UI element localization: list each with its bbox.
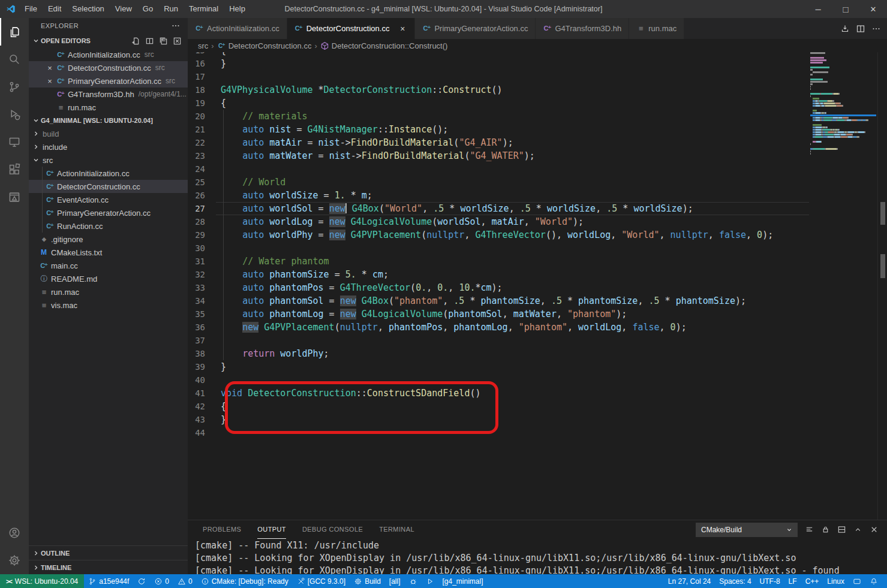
close-icon[interactable] (870, 525, 879, 534)
code-line-26[interactable]: 26 auto worldSize = 1. * m; (188, 189, 809, 202)
account-icon[interactable] (0, 519, 29, 547)
minimap[interactable] (810, 52, 876, 158)
panel-tab-debug-console[interactable]: DEBUG CONSOLE (302, 520, 363, 539)
open-editor-run-mac[interactable]: ≡run.mac (29, 101, 188, 114)
extensions-icon[interactable] (0, 156, 29, 183)
open-editor-g4transform3d-hh[interactable]: C⁺G4Transform3D.hh/opt/geant4/1... (29, 88, 188, 101)
test-explorer-icon[interactable] (0, 183, 29, 211)
status-notifications[interactable] (865, 574, 882, 588)
breadcrumb-item-1[interactable]: DetectorConstruction.cc (228, 41, 312, 50)
status-launch-name[interactable]: [g4_minimal] (438, 574, 488, 588)
tab-run-mac[interactable]: ≡run.mac (629, 18, 684, 39)
close-icon[interactable]: × (44, 64, 55, 73)
code-line-31[interactable]: 31 // Water phantom (188, 255, 809, 268)
tree-item-runaction-cc[interactable]: C⁺RunAction.cc (29, 219, 188, 233)
code-line-35[interactable]: 35 auto phantomLog = new G4LogicalVolume… (188, 307, 809, 321)
lock-icon[interactable] (821, 525, 830, 534)
code-line-25[interactable]: 25 // World (188, 176, 809, 189)
workspace-root[interactable]: G4_MINIMAL [WSL: UBUNTU-20.04] (29, 114, 188, 127)
close-all-icon[interactable] (173, 37, 182, 46)
open-editor-actioninitialization-cc[interactable]: C⁺ActionInitialization.ccsrc (29, 48, 188, 61)
tab-detectorconstruction-cc[interactable]: C⁺DetectorConstruction.cc× (287, 18, 416, 39)
status-sync[interactable] (133, 574, 150, 588)
tree-item-vis-mac[interactable]: ≡vis.mac (29, 298, 188, 312)
tree-item-detectorconstruction-cc[interactable]: C⁺DetectorConstruction.cc (29, 180, 188, 193)
tree-item-actioninitialization-cc[interactable]: C⁺ActionInitialization.cc (29, 167, 188, 180)
code-line-42[interactable]: 42{ (188, 400, 809, 413)
status-kit[interactable]: [GCC 9.3.0] (293, 574, 350, 588)
code-line-33[interactable]: 33 auto phantomPos = G4ThreeVector(0., 0… (188, 281, 809, 294)
breadcrumb[interactable]: src›C⁺DetectorConstruction.cc›DetectorCo… (188, 39, 887, 52)
close-window-button[interactable]: ✕ (859, 0, 887, 18)
tree-item-gitignore[interactable]: ◆.gitignore (29, 233, 188, 246)
tree-item-primarygeneratoraction-cc[interactable]: C⁺PrimaryGeneratorAction.cc (29, 206, 188, 219)
status-git-branch[interactable]: a15e944f (84, 574, 133, 588)
close-icon[interactable]: × (44, 77, 55, 86)
source-control-icon[interactable] (0, 73, 29, 101)
code-line-40[interactable]: 40 (188, 373, 809, 387)
minimize-window-button[interactable]: ─ (804, 0, 832, 18)
panel-tab-output[interactable]: OUTPUT (257, 520, 286, 539)
panel-tab-terminal[interactable]: TERMINAL (379, 520, 414, 539)
status-warnings[interactable]: 0 (173, 574, 197, 588)
open-editor-detectorconstruction-cc[interactable]: ×C⁺DetectorConstruction.ccsrc (29, 61, 188, 74)
breadcrumb-item-0[interactable]: src (198, 41, 208, 50)
code-line-41[interactable]: 41void DetectorConstruction::ConstructSD… (188, 387, 809, 400)
run-debug-icon[interactable] (0, 101, 29, 128)
menu-item-run[interactable]: Run (158, 0, 184, 18)
code-line-21[interactable]: 21 auto nist = G4NistManager::Instance()… (188, 123, 809, 136)
new-file-icon[interactable] (131, 37, 140, 46)
save-all-icon[interactable] (159, 37, 168, 46)
panel-tab-problems[interactable]: PROBLEMS (203, 520, 241, 539)
tab-actioninitialization-cc[interactable]: C⁺ActionInitialization.cc (188, 18, 287, 39)
status-platform[interactable]: Linux (823, 574, 849, 588)
tree-item-src[interactable]: src (29, 153, 188, 167)
menu-item-help[interactable]: Help (224, 0, 251, 18)
tree-item-cmakelists-txt[interactable]: MCMakeLists.txt (29, 246, 188, 259)
code-line-15[interactable]: 15{ (188, 52, 809, 57)
explorer-icon[interactable] (0, 18, 29, 46)
code-line-44[interactable]: 44 (188, 426, 809, 439)
code-line-23[interactable]: 23 auto matWater = nist->FindOrBuildMate… (188, 149, 809, 162)
settings-icon[interactable] (0, 547, 29, 574)
code-line-37[interactable]: 37 (188, 334, 809, 347)
close-tab-icon[interactable]: × (398, 24, 407, 34)
code-line-20[interactable]: 20 // materials (188, 110, 809, 123)
more-actions-icon[interactable] (171, 21, 181, 31)
code-line-22[interactable]: 22 auto matAir = nist->FindOrBuildMateri… (188, 136, 809, 149)
code-line-36[interactable]: 36 new G4PVPlacement(nullptr, phantomPos… (188, 321, 809, 334)
code-editor[interactable]: 15{16}1718G4VPhysicalVolume *DetectorCon… (188, 52, 887, 520)
menu-item-go[interactable]: Go (137, 0, 158, 18)
menu-item-selection[interactable]: Selection (67, 0, 109, 18)
status-indentation[interactable]: Spaces: 4 (715, 574, 755, 588)
remote-indicator[interactable]: >< WSL: Ubuntu-20.04 (0, 574, 84, 588)
code-line-39[interactable]: 39} (188, 360, 809, 373)
tree-item-include[interactable]: include (29, 140, 188, 153)
code-line-17[interactable]: 17 (188, 70, 809, 83)
remote-explorer-icon[interactable] (0, 128, 29, 156)
status-launch-target[interactable] (422, 574, 438, 588)
status-cmake-status[interactable]: CMake: [Debug]: Ready (197, 574, 293, 588)
tree-item-main-cc[interactable]: C⁺main.cc (29, 259, 188, 272)
status-build-target[interactable]: [all] (385, 574, 405, 588)
tree-item-build[interactable]: build (29, 127, 188, 140)
tree-item-run-mac[interactable]: ≡run.mac (29, 285, 188, 298)
status-feedback[interactable] (849, 574, 865, 588)
status-eol[interactable]: LF (784, 574, 801, 588)
more-actions-icon[interactable] (871, 24, 881, 34)
tree-item-eventaction-cc[interactable]: C⁺EventAction.cc (29, 193, 188, 206)
code-line-32[interactable]: 32 auto phantomSize = 5. * cm; (188, 268, 809, 281)
maximize-window-button[interactable]: □ (832, 0, 859, 18)
output-log[interactable]: [cmake] -- Found X11: /usr/include[cmake… (188, 539, 887, 574)
status-debug-target[interactable] (405, 574, 422, 588)
code-line-34[interactable]: 34 auto phantomSol = new G4Box("phantom"… (188, 294, 809, 307)
code-line-18[interactable]: 18G4VPhysicalVolume *DetectorConstructio… (188, 83, 809, 97)
code-line-24[interactable]: 24 (188, 162, 809, 176)
status-build[interactable]: Build (350, 574, 385, 588)
code-line-19[interactable]: 19{ (188, 97, 809, 110)
tree-item-readme-md[interactable]: ⓘREADME.md (29, 272, 188, 285)
timeline-section[interactable]: TIMELINE (29, 560, 188, 574)
code-line-29[interactable]: 29 auto worldPhy = new G4PVPlacement(nul… (188, 228, 809, 242)
open-editor-primarygeneratoraction-cc[interactable]: ×C⁺PrimaryGeneratorAction.ccsrc (29, 74, 188, 88)
menu-item-view[interactable]: View (110, 0, 137, 18)
